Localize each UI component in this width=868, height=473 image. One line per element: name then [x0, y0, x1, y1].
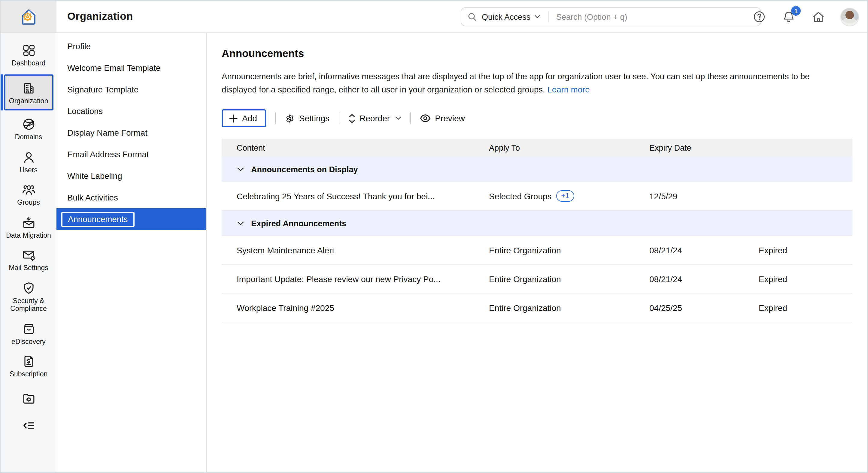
subnav-item-email-address-format[interactable]: Email Address Format [57, 143, 206, 165]
toolbar: Add Settings Reorder [222, 109, 852, 127]
groups-count-badge[interactable]: +1 [557, 190, 574, 202]
preview-label: Preview [435, 113, 465, 123]
subnav-item-announcements[interactable]: Announcements [57, 208, 206, 230]
domains-icon [21, 117, 36, 131]
subnav-item-locations[interactable]: Locations [57, 100, 206, 122]
sidebar-item-subscription[interactable]: Subscription [1, 350, 57, 383]
help-icon[interactable] [752, 10, 767, 24]
gear-icon [285, 113, 295, 123]
home-icon[interactable] [811, 10, 825, 24]
toggle-knob [750, 192, 760, 202]
search-input[interactable] [556, 12, 754, 21]
preview-eye-icon [420, 114, 431, 123]
toolbar-separator [339, 112, 339, 124]
subnav-label-selected: Announcements [61, 212, 134, 227]
notifications-bell-icon[interactable]: 1 [781, 10, 796, 24]
global-search[interactable]: Quick Access [461, 7, 761, 26]
sidebar-item-security-compliance[interactable]: Security & Compliance [1, 276, 57, 317]
selected-accent-bar [1, 74, 3, 110]
subnav-item-signature-template[interactable]: Signature Template [57, 79, 206, 100]
table-row[interactable]: Celebrating 25 Years of Success! Thank y… [222, 182, 852, 211]
sidebar-item-domains[interactable]: Domains [1, 113, 57, 145]
app-window: Organization Quick Access [0, 0, 868, 473]
main-content: Announcements Announcements are brief, i… [207, 33, 867, 472]
plus-icon [229, 114, 238, 123]
chevron-down-icon [237, 167, 244, 171]
sidebar-label: Security & Compliance [2, 297, 55, 313]
subnav-item-white-labeling[interactable]: White Labeling [57, 165, 206, 187]
cell-content: Workplace Training #2025 [237, 303, 489, 312]
learn-more-link[interactable]: Learn more [547, 85, 590, 94]
collapse-menu-icon[interactable] [21, 419, 36, 432]
cell-status: Expired [759, 245, 852, 255]
cell-content: Important Update: Please review our new … [237, 274, 489, 283]
subnav-label: Welcome Email Template [67, 63, 160, 72]
security-compliance-icon [21, 281, 36, 295]
group-label: Expired Announcements [251, 219, 346, 228]
mail-settings-icon [21, 248, 36, 262]
secondary-sidebar: Profile Welcome Email Template Signature… [57, 33, 207, 472]
sidebar-item-organization[interactable]: Organization [1, 74, 57, 110]
dashboard-icon [21, 43, 36, 58]
add-button[interactable]: Add [222, 109, 266, 127]
quick-access-dropdown[interactable]: Quick Access [482, 12, 540, 21]
cell-expiry-date: 04/25/25 [641, 303, 759, 312]
cell-expiry-date: 12/5/29 [641, 191, 759, 201]
groups-icon [21, 182, 36, 197]
cell-status: Expired [759, 274, 852, 283]
sidebar-item-groups[interactable]: Groups [1, 178, 57, 211]
sidebar-item-users[interactable]: Users [1, 145, 57, 178]
chevron-down-icon [535, 15, 540, 19]
sidebar-item-data-migration[interactable]: Data Migration [1, 211, 57, 244]
subscription-icon [21, 354, 36, 369]
toolbar-separator [275, 112, 276, 124]
subnav-item-profile[interactable]: Profile [57, 35, 206, 57]
col-header-content: Content [237, 143, 489, 152]
subnav-item-welcome-email-template[interactable]: Welcome Email Template [57, 57, 206, 79]
toolbar-separator [410, 112, 411, 124]
page-title: Organization [67, 10, 133, 23]
sidebar-label: Users [20, 166, 37, 174]
subnav-label: Locations [67, 106, 103, 115]
table-row[interactable]: Important Update: Please review our new … [222, 265, 852, 294]
sidebar-item-ediscovery[interactable]: eDiscovery [1, 317, 57, 350]
sidebar-item-dashboard[interactable]: Dashboard [1, 39, 57, 72]
group-label: Announcements on Display [251, 165, 358, 174]
announcements-table: Content Apply To Expiry Date Announcemen… [222, 139, 852, 322]
apply-to-text: Selected Groups [489, 191, 552, 201]
reorder-label: Reorder [360, 113, 390, 123]
topbar-icons: 1 [752, 1, 859, 33]
user-avatar[interactable] [840, 7, 859, 26]
subnav-item-bulk-activities[interactable]: Bulk Activities [57, 187, 206, 208]
subnav-label: Display Name Format [67, 128, 148, 137]
group-header-on-display[interactable]: Announcements on Display [222, 157, 852, 182]
group-header-expired[interactable]: Expired Announcements [222, 211, 852, 236]
sidebar-label: Dashboard [12, 60, 45, 68]
col-header-expiry-date: Expiry Date [641, 143, 759, 152]
sidebar-label: Groups [17, 199, 40, 207]
subnav-label: Profile [67, 42, 91, 51]
cell-apply-to: Entire Organization [489, 245, 641, 255]
preview-button[interactable]: Preview [420, 113, 465, 123]
organization-icon [21, 81, 36, 95]
search-divider [549, 11, 549, 22]
sidebar-label: Mail Settings [9, 264, 49, 272]
admin-tools-folder-gear-icon[interactable] [21, 391, 36, 405]
settings-button[interactable]: Settings [285, 113, 330, 123]
app-logo[interactable] [1, 1, 57, 32]
subnav-label: Signature Template [67, 85, 138, 94]
sidebar-item-mail-settings[interactable]: Mail Settings [1, 244, 57, 276]
table-row[interactable]: Workplace Training #2025 Entire Organiza… [222, 294, 852, 322]
sidebar-label: eDiscovery [11, 338, 45, 346]
admin-home-logo-icon [18, 6, 39, 27]
add-label: Add [242, 113, 257, 123]
table-row[interactable]: System Maintenance Alert Entire Organiza… [222, 236, 852, 265]
reorder-button[interactable]: Reorder [348, 113, 401, 123]
sidebar-label: Organization [9, 97, 48, 105]
description-text: Announcements are brief, informative mes… [222, 72, 809, 94]
cell-content: Celebrating 25 Years of Success! Thank y… [237, 191, 489, 201]
topbar: Organization Quick Access [1, 1, 867, 33]
section-description: Announcements are brief, informative mes… [222, 70, 839, 97]
primary-sidebar: Dashboard Organization Domains [1, 33, 57, 472]
subnav-item-display-name-format[interactable]: Display Name Format [57, 122, 206, 143]
